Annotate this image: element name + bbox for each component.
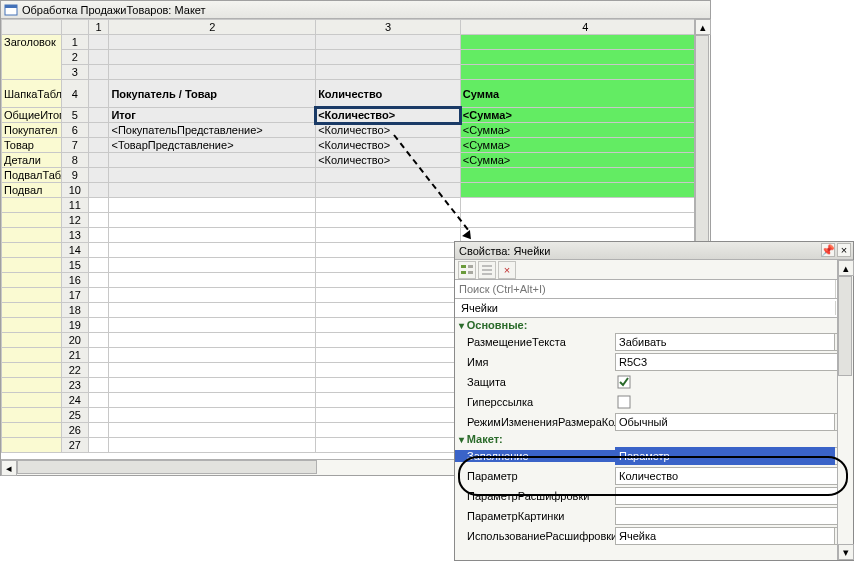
row-num[interactable]: 3: [61, 65, 88, 80]
delete-icon[interactable]: ×: [498, 261, 516, 279]
scroll-up-button[interactable]: ▴: [695, 19, 711, 35]
row-num[interactable]: 4: [61, 80, 88, 108]
group-maket[interactable]: Макет:: [455, 432, 853, 446]
row-num[interactable]: 6: [61, 123, 88, 138]
col-header-1[interactable]: 1: [88, 20, 109, 35]
col-header-4[interactable]: 4: [460, 20, 710, 35]
row-num[interactable]: 8: [61, 153, 88, 168]
prop-row-name: Имя R5C3: [455, 352, 853, 372]
prop-row-textplacement: РазмещениеТекста Забивать▾: [455, 332, 853, 352]
prop-label: РазмещениеТекста: [455, 336, 615, 348]
object-name-input[interactable]: [459, 301, 835, 315]
row-num[interactable]: 5: [61, 108, 88, 123]
col-header[interactable]: [61, 20, 88, 35]
prop-value[interactable]: Ячейка: [615, 527, 835, 545]
prop-value[interactable]: Параметр: [615, 447, 835, 465]
prop-label: ИспользованиеРасшифровки: [455, 530, 615, 542]
prop-value[interactable]: [615, 487, 849, 505]
row-num[interactable]: 10: [61, 183, 88, 198]
corner-cell[interactable]: [2, 20, 62, 35]
pin-icon[interactable]: 📌: [821, 243, 835, 257]
prop-row-pic-param: ПараметрКартинки: [455, 506, 853, 526]
prop-row-drill-param: ПараметрРасшифровки: [455, 486, 853, 506]
svg-rect-4: [468, 265, 473, 268]
prop-value[interactable]: Обычный: [615, 413, 835, 431]
svg-rect-1: [5, 5, 17, 8]
cell-sum-param[interactable]: <Сумма>: [460, 108, 710, 123]
props-vertical-scrollbar[interactable]: ▴ ▾: [837, 260, 853, 560]
section-podvaltabl[interactable]: ПодвалТабл: [2, 168, 62, 183]
cell[interactable]: <Количество>: [316, 138, 461, 153]
close-icon[interactable]: ×: [837, 243, 851, 257]
prop-row-drill-use: ИспользованиеРасшифровки Ячейка▾: [455, 526, 853, 546]
search-input[interactable]: [455, 280, 835, 298]
sort-categorized-icon[interactable]: [458, 261, 476, 279]
prop-row-hyperlink: Гиперссылка: [455, 392, 853, 412]
prop-row-protect: Защита: [455, 372, 853, 392]
prop-label: Заполнение: [455, 450, 615, 462]
app-icon: [4, 3, 18, 17]
cell-selected-qty[interactable]: <Количество>: [316, 108, 461, 123]
prop-label: Защита: [455, 376, 615, 388]
properties-search: ×: [455, 280, 853, 299]
col-header-3[interactable]: 3: [316, 20, 461, 35]
editor-title: Обработка ПродажиТоваров: Макет: [22, 4, 206, 16]
cell-qty-header[interactable]: Количество: [316, 80, 461, 108]
section-shapka[interactable]: ШапкаТабл: [2, 80, 62, 108]
prop-label: Параметр: [455, 470, 615, 482]
row-num[interactable]: 2: [61, 50, 88, 65]
row-num[interactable]: 1: [61, 35, 88, 50]
row-num[interactable]: 9: [61, 168, 88, 183]
cell[interactable]: <Количество>: [316, 153, 461, 168]
col-header-2[interactable]: 2: [109, 20, 316, 35]
cell[interactable]: <Сумма>: [460, 123, 710, 138]
prop-row-fill: Заполнение Параметр▾: [455, 446, 853, 466]
prop-value[interactable]: R5C3: [615, 353, 849, 371]
scroll-up-button[interactable]: ▴: [838, 260, 854, 276]
cell[interactable]: <ПокупательПредставление>: [109, 123, 316, 138]
prop-value[interactable]: Количество: [615, 467, 849, 485]
cell[interactable]: <ТоварПредставление>: [109, 138, 316, 153]
editor-title-bar: Обработка ПродажиТоваров: Макет: [1, 1, 710, 19]
scroll-thumb-v[interactable]: [838, 276, 852, 376]
scroll-thumb-h[interactable]: [17, 460, 317, 474]
cell-sum-header[interactable]: Сумма: [460, 80, 710, 108]
properties-title: Свойства: Ячейки: [459, 245, 550, 257]
svg-rect-2: [461, 265, 466, 268]
prop-label: Имя: [455, 356, 615, 368]
prop-value[interactable]: Забивать: [615, 333, 835, 351]
prop-label: РежимИзмененияРазмераКолонки: [455, 416, 615, 428]
prop-label: ПараметрКартинки: [455, 510, 615, 522]
section-obshitogi[interactable]: ОбщиеИтог: [2, 108, 62, 123]
group-basic[interactable]: Основные:: [455, 318, 853, 332]
cell[interactable]: <Количество>: [316, 123, 461, 138]
svg-rect-10: [618, 396, 630, 408]
prop-label: Гиперссылка: [455, 396, 615, 408]
prop-value[interactable]: [615, 507, 849, 525]
cell-buyer-header[interactable]: Покупатель / Товар: [109, 80, 316, 108]
section-tovar[interactable]: Товар: [2, 138, 62, 153]
svg-rect-5: [468, 271, 473, 274]
cell[interactable]: <Сумма>: [460, 138, 710, 153]
row-num[interactable]: 7: [61, 138, 88, 153]
properties-panel: Свойства: Ячейки 📌 × × × ▾ Основные: Раз…: [454, 241, 854, 561]
properties-toolbar: ×: [455, 260, 853, 280]
cell[interactable]: <Сумма>: [460, 153, 710, 168]
scroll-down-button[interactable]: ▾: [838, 544, 854, 560]
section-detali[interactable]: Детали: [2, 153, 62, 168]
prop-row-colresize: РежимИзмененияРазмераКолонки Обычный▾: [455, 412, 853, 432]
section-pokupatel[interactable]: Покупател: [2, 123, 62, 138]
section-podval[interactable]: Подвал: [2, 183, 62, 198]
cell-itog[interactable]: Итог: [109, 108, 316, 123]
prop-row-parameter: Параметр Количество: [455, 466, 853, 486]
svg-rect-3: [461, 271, 466, 274]
prop-label: ПараметрРасшифровки: [455, 490, 615, 502]
scroll-left-button[interactable]: ◂: [1, 460, 17, 476]
object-selector[interactable]: ▾: [455, 299, 853, 318]
checkbox-unchecked[interactable]: [615, 393, 633, 411]
checkbox-checked[interactable]: [615, 373, 633, 391]
section-zagolovok[interactable]: Заголовок: [2, 35, 62, 80]
properties-title-bar: Свойства: Ячейки 📌 ×: [455, 242, 853, 260]
sort-alpha-icon[interactable]: [478, 261, 496, 279]
